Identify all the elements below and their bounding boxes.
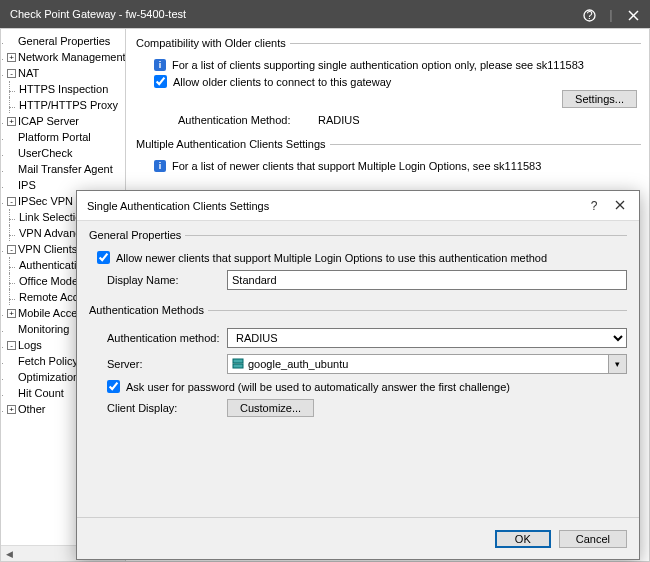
- dlg-general-legend: General Properties: [89, 229, 185, 241]
- compat-info-text: For a list of clients supporting single …: [172, 59, 584, 71]
- scroll-left-icon[interactable]: ◀: [1, 549, 17, 559]
- window-title: Check Point Gateway - fw-5400-test: [10, 8, 186, 20]
- auth-method-value: RADIUS: [318, 114, 360, 126]
- expand-icon[interactable]: +: [7, 53, 16, 62]
- info-icon: i: [154, 160, 166, 172]
- auth-method-select[interactable]: RADIUS: [227, 328, 627, 348]
- expand-icon[interactable]: +: [7, 405, 16, 414]
- expand-icon[interactable]: -: [7, 245, 16, 254]
- dialog-footer: OK Cancel: [77, 517, 639, 559]
- titlebar: Check Point Gateway - fw-5400-test ? |: [0, 0, 650, 28]
- tree-item[interactable]: General Properties: [18, 35, 110, 47]
- allow-older-row: Allow older clients to connect to this g…: [154, 75, 641, 88]
- allow-older-label: Allow older clients to connect to this g…: [173, 76, 391, 88]
- server-label: Server:: [107, 358, 227, 370]
- tree-item[interactable]: Optimizations: [18, 371, 85, 383]
- tree-item[interactable]: Logs: [18, 339, 42, 351]
- expand-icon[interactable]: -: [7, 197, 16, 206]
- tree-item[interactable]: VPN Clients: [18, 243, 77, 255]
- server-select[interactable]: google_auth_ubuntu: [227, 354, 609, 374]
- expand-icon[interactable]: -: [7, 69, 16, 78]
- dlg-general-section: General Properties Allow newer clients t…: [89, 229, 627, 296]
- divider-icon: |: [600, 7, 622, 22]
- expand-icon[interactable]: -: [7, 341, 16, 350]
- ask-pw-checkbox[interactable]: [107, 380, 120, 393]
- multi-info: i For a list of newer clients that suppo…: [154, 160, 641, 172]
- ask-pw-row: Ask user for password (will be used to a…: [107, 380, 627, 393]
- tree-item[interactable]: IPS: [18, 179, 36, 191]
- dialog-titlebar: Single Authentication Clients Settings ?: [77, 191, 639, 221]
- dialog-help-icon[interactable]: ?: [581, 199, 607, 213]
- expand-icon[interactable]: +: [7, 309, 16, 318]
- ok-button[interactable]: OK: [495, 530, 551, 548]
- tree-item[interactable]: Mail Transfer Agent: [18, 163, 113, 175]
- compat-info: i For a list of clients supporting singl…: [154, 59, 641, 71]
- client-display-row: Client Display: Customize...: [107, 399, 627, 417]
- auth-method-row: Authentication method: RADIUS: [107, 328, 627, 348]
- dialog-body: General Properties Allow newer clients t…: [77, 221, 639, 517]
- customize-button[interactable]: Customize...: [227, 399, 314, 417]
- display-name-input[interactable]: [227, 270, 627, 290]
- auth-method-label: Authentication method:: [107, 332, 227, 344]
- tree-item[interactable]: IPSec VPN: [18, 195, 73, 207]
- info-icon: i: [154, 59, 166, 71]
- compat-section: Compatibility with Older clients i For a…: [136, 37, 641, 128]
- compat-legend: Compatibility with Older clients: [136, 37, 290, 49]
- server-value: google_auth_ubuntu: [248, 358, 348, 370]
- tree-item[interactable]: Hit Count: [18, 387, 64, 399]
- tree-item[interactable]: UserCheck: [18, 147, 72, 159]
- multi-legend: Multiple Authentication Clients Settings: [136, 138, 330, 150]
- svg-text:?: ?: [586, 9, 592, 21]
- svg-rect-7: [233, 364, 243, 368]
- server-icon: [232, 358, 244, 370]
- expand-icon[interactable]: +: [7, 117, 16, 126]
- tree-item[interactable]: Network Management: [18, 51, 126, 63]
- allow-newer-checkbox[interactable]: [97, 251, 110, 264]
- multi-info-text: For a list of newer clients that support…: [172, 160, 541, 172]
- display-name-row: Display Name:: [107, 270, 627, 290]
- tree-item[interactable]: ICAP Server: [18, 115, 79, 127]
- client-display-label: Client Display:: [107, 402, 227, 414]
- cancel-button[interactable]: Cancel: [559, 530, 627, 548]
- dlg-auth-section: Authentication Methods Authentication me…: [89, 304, 627, 423]
- tree-item[interactable]: Monitoring: [18, 323, 69, 335]
- ask-pw-label: Ask user for password (will be used to a…: [126, 381, 510, 393]
- allow-newer-row: Allow newer clients that support Multipl…: [97, 251, 627, 264]
- tree-item[interactable]: Other: [18, 403, 46, 415]
- settings-button[interactable]: Settings...: [562, 90, 637, 108]
- auth-method-row: Authentication Method: RADIUS: [178, 114, 641, 126]
- chevron-down-icon[interactable]: ▾: [609, 354, 627, 374]
- auth-method-label: Authentication Method:: [178, 114, 318, 126]
- svg-rect-6: [233, 359, 243, 363]
- tree-item[interactable]: Office Mode: [19, 275, 78, 287]
- multi-section: Multiple Authentication Clients Settings…: [136, 138, 641, 176]
- tree-item[interactable]: HTTP/HTTPS Proxy: [19, 99, 118, 111]
- tree-item[interactable]: Fetch Policy: [18, 355, 78, 367]
- single-auth-dialog: Single Authentication Clients Settings ?…: [76, 190, 640, 560]
- tree-item[interactable]: HTTPS Inspection: [19, 83, 108, 95]
- allow-newer-label: Allow newer clients that support Multipl…: [116, 252, 547, 264]
- close-icon[interactable]: [622, 7, 644, 22]
- display-name-label: Display Name:: [107, 274, 227, 286]
- tree-item[interactable]: Platform Portal: [18, 131, 91, 143]
- dialog-title: Single Authentication Clients Settings: [87, 200, 269, 212]
- dialog-close-icon[interactable]: [607, 199, 633, 213]
- server-row: Server: google_auth_ubuntu ▾: [107, 354, 627, 374]
- dlg-auth-legend: Authentication Methods: [89, 304, 208, 316]
- tree-item[interactable]: NAT: [18, 67, 39, 79]
- help-icon[interactable]: ?: [578, 6, 600, 21]
- allow-older-checkbox[interactable]: [154, 75, 167, 88]
